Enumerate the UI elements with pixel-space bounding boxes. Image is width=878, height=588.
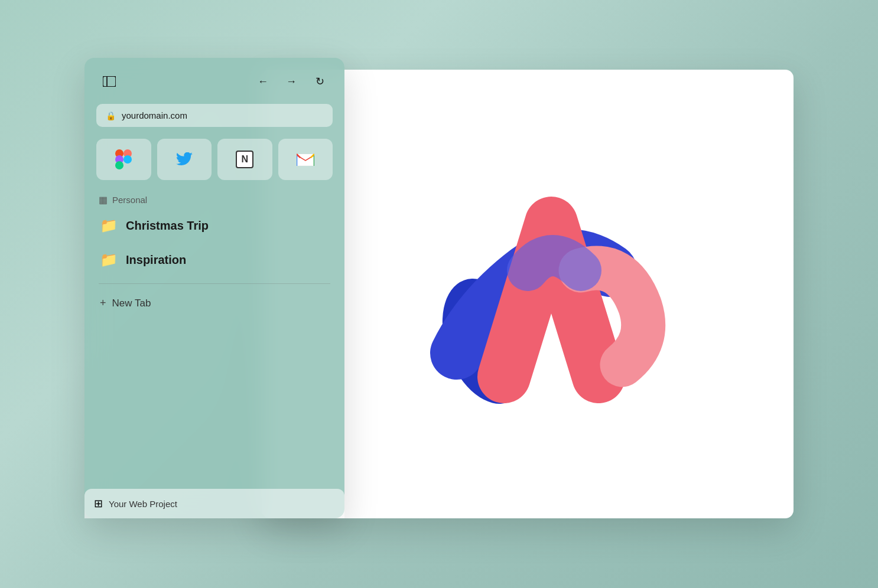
bottom-bar: ⊞ Your Web Project bbox=[84, 489, 344, 518]
plus-icon: + bbox=[100, 297, 106, 309]
folder-icon-christmas: 📁 bbox=[100, 217, 118, 234]
bottom-bar-text: Your Web Project bbox=[109, 499, 177, 509]
section-label: ▦ Personal bbox=[99, 194, 330, 205]
gmail-icon bbox=[297, 153, 314, 166]
sidebar-toggle-icon bbox=[103, 76, 116, 87]
tab-groups-section: ▦ Personal 📁 Christmas Trip 📁 Inspiratio… bbox=[96, 194, 333, 312]
svg-point-7 bbox=[123, 155, 132, 164]
svg-rect-6 bbox=[115, 161, 123, 169]
back-button[interactable]: ← bbox=[253, 72, 272, 91]
section-name: Personal bbox=[112, 195, 147, 205]
section-icon: ▦ bbox=[99, 194, 108, 205]
app-logo bbox=[386, 152, 669, 436]
figma-icon bbox=[115, 149, 132, 169]
new-tab-row[interactable]: + New Tab bbox=[99, 295, 330, 312]
group-name-inspiration: Inspiration bbox=[126, 253, 186, 267]
notion-icon: N bbox=[236, 151, 253, 168]
toolbar-left bbox=[100, 72, 119, 91]
group-item-christmas-trip[interactable]: 📁 Christmas Trip bbox=[99, 215, 330, 236]
group-item-inspiration[interactable]: 📁 Inspiration bbox=[99, 249, 330, 270]
scene: ← → ↻ 🔒 yourdomain.com bbox=[84, 52, 794, 536]
bookmark-gmail[interactable] bbox=[278, 139, 333, 180]
sidebar-toggle-button[interactable] bbox=[100, 72, 119, 91]
sidebar-panel: ← → ↻ 🔒 yourdomain.com bbox=[84, 58, 344, 518]
bookmarks-row: N bbox=[96, 139, 333, 180]
folder-icon-inspiration: 📁 bbox=[100, 251, 118, 268]
checkered-icon: ⊞ bbox=[94, 497, 103, 510]
divider bbox=[99, 283, 330, 284]
bookmark-figma[interactable] bbox=[96, 139, 151, 180]
twitter-icon bbox=[176, 152, 193, 166]
new-tab-label: New Tab bbox=[112, 298, 151, 309]
lock-icon: 🔒 bbox=[106, 111, 116, 120]
svg-rect-1 bbox=[103, 76, 116, 87]
toolbar-nav: ← → ↻ bbox=[253, 72, 329, 91]
refresh-button[interactable]: ↻ bbox=[310, 72, 329, 91]
toolbar: ← → ↻ bbox=[96, 70, 333, 93]
bookmark-notion[interactable]: N bbox=[217, 139, 272, 180]
group-name-christmas-trip: Christmas Trip bbox=[126, 219, 209, 233]
url-bar[interactable]: 🔒 yourdomain.com bbox=[96, 104, 333, 127]
url-text: yourdomain.com bbox=[122, 110, 187, 120]
bookmark-twitter[interactable] bbox=[157, 139, 212, 180]
forward-button[interactable]: → bbox=[282, 72, 301, 91]
